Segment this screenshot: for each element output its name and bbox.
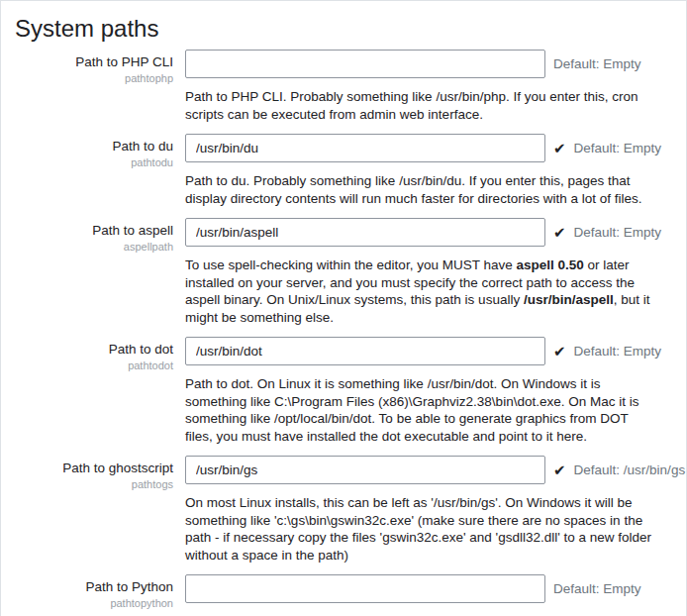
content-column: Default: Empty Path to your executable P…	[185, 574, 686, 616]
field-description: To use spell-checking within the editor,…	[185, 257, 654, 326]
default-value-text: Default: Empty	[574, 344, 662, 359]
description-bold-text: aspell 0.50	[516, 257, 583, 272]
input-line: ✔ Default: Empty	[185, 337, 686, 365]
field-description: On most Linux installs, this can be left…	[185, 494, 654, 564]
label-column: Path to ghostscript pathtogs	[15, 456, 185, 564]
field-description: Path to du. Probably something like /usr…	[185, 172, 654, 207]
default-value-text: Default: /usr/bin/gs	[574, 462, 686, 477]
form-row-pathtopython: Path to Python pathtopython Default: Emp…	[15, 574, 686, 616]
pathtophp-input[interactable]	[185, 50, 545, 78]
checkmark-icon: ✔	[553, 344, 566, 359]
content-column: ✔ Default: Empty To use spell-checking w…	[185, 218, 686, 326]
label-column: Path to PHP CLI pathtophp	[15, 50, 185, 123]
field-label: Path to du	[15, 139, 173, 154]
pathtodot-input[interactable]	[185, 337, 545, 365]
aspellpath-input[interactable]	[185, 218, 545, 247]
label-column: Path to du pathtodu	[15, 134, 185, 207]
form-row-pathtodu: Path to du pathtodu ✔ Default: Empty Pat…	[15, 134, 686, 207]
checkmark-icon: ✔	[553, 141, 566, 155]
field-shortname: pathtophp	[15, 71, 173, 85]
system-paths-settings-page: System paths Path to PHP CLI pathtophp D…	[0, 0, 687, 616]
label-column: Path to Python pathtopython	[15, 574, 185, 616]
description-bold-text: /usr/bin/aspell	[524, 292, 614, 307]
default-value-text: Default: Empty	[553, 56, 641, 71]
content-column: ✔ Default: Empty Path to du. Probably so…	[185, 134, 686, 207]
default-value-text: Default: Empty	[574, 225, 662, 240]
content-column: ✔ Default: Empty Path to dot. On Linux i…	[185, 337, 686, 445]
default-value-text: Default: Empty	[553, 581, 641, 596]
field-shortname: aspellpath	[15, 240, 173, 254]
content-column: ✔ Default: /usr/bin/gs On most Linux ins…	[185, 456, 686, 564]
field-label: Path to ghostscript	[15, 461, 173, 476]
form-row-pathtogs: Path to ghostscript pathtogs ✔ Default: …	[15, 456, 686, 564]
label-column: Path to dot pathtodot	[15, 337, 185, 445]
page-title: System paths	[15, 14, 686, 44]
field-label: Path to dot	[15, 342, 173, 358]
field-label: Path to PHP CLI	[15, 54, 173, 70]
field-shortname: pathtopython	[15, 596, 173, 610]
description-text: To use spell-checking within the editor,…	[185, 257, 516, 272]
input-line: ✔ Default: /usr/bin/gs	[185, 456, 686, 484]
field-description: Path to PHP CLI. Probably something like…	[185, 88, 654, 123]
input-line: ✔ Default: Empty	[185, 218, 686, 247]
field-shortname: pathtogs	[15, 477, 173, 491]
pathtopython-input[interactable]	[185, 574, 545, 603]
form-row-pathtophp: Path to PHP CLI pathtophp Default: Empty…	[15, 50, 686, 123]
form-row-pathtodot: Path to dot pathtodot ✔ Default: Empty P…	[15, 337, 686, 445]
content-column: Default: Empty Path to PHP CLI. Probably…	[185, 50, 686, 123]
input-line: Default: Empty	[185, 574, 686, 603]
field-label: Path to Python	[15, 579, 173, 595]
pathtodu-input[interactable]	[185, 134, 545, 162]
checkmark-icon: ✔	[553, 462, 566, 477]
input-line: Default: Empty	[185, 50, 686, 78]
input-line: ✔ Default: Empty	[185, 134, 686, 162]
label-column: Path to aspell aspellpath	[15, 218, 185, 326]
form-row-aspellpath: Path to aspell aspellpath ✔ Default: Emp…	[15, 218, 686, 326]
checkmark-icon: ✔	[553, 225, 566, 240]
default-value-text: Default: Empty	[574, 141, 662, 155]
field-label: Path to aspell	[15, 223, 173, 239]
field-shortname: pathtodu	[15, 155, 173, 169]
field-shortname: pathtodot	[15, 359, 173, 372]
field-description: Path to dot. On Linux it is something li…	[185, 375, 654, 445]
pathtogs-input[interactable]	[185, 456, 545, 484]
